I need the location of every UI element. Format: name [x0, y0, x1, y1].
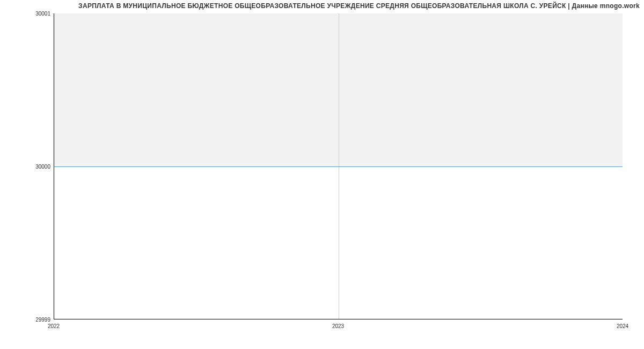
plot-area [54, 13, 623, 319]
xtick-2024: 2024 [617, 323, 628, 329]
salary-line [54, 166, 623, 167]
ytick-29999: 29999 [2, 317, 50, 323]
ytick-30000: 30000 [2, 164, 50, 170]
salary-chart: ЗАРПЛАТА В МУНИЦИПАЛЬНОЕ БЮДЖЕТНОЕ ОБЩЕО… [0, 0, 644, 349]
xtick-2023: 2023 [332, 323, 344, 329]
xtick-2022: 2022 [48, 323, 60, 329]
ytick-30001: 30001 [2, 11, 50, 17]
chart-title: ЗАРПЛАТА В МУНИЦИПАЛЬНОЕ БЮДЖЕТНОЕ ОБЩЕО… [0, 2, 640, 10]
